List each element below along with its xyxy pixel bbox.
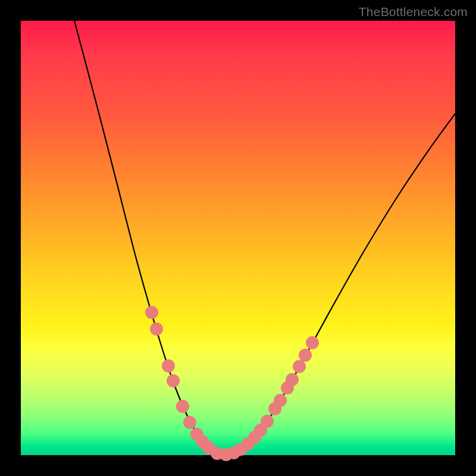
bead-marker: [274, 394, 287, 407]
bottleneck-curve: [74, 21, 455, 455]
bead-marker: [306, 336, 319, 349]
bead-markers: [145, 306, 319, 461]
bead-marker: [145, 306, 158, 319]
bead-marker: [183, 416, 196, 429]
bead-marker: [293, 360, 306, 373]
bead-marker: [261, 415, 274, 428]
bead-marker: [299, 349, 312, 362]
bead-marker: [286, 373, 299, 386]
bead-marker: [176, 400, 189, 413]
bead-marker: [162, 359, 175, 372]
watermark-text: TheBottleneck.com: [359, 5, 468, 19]
bead-marker: [167, 374, 180, 387]
bead-marker: [150, 322, 163, 336]
bottleneck-chart: [21, 21, 455, 455]
plot-area: [21, 21, 455, 455]
